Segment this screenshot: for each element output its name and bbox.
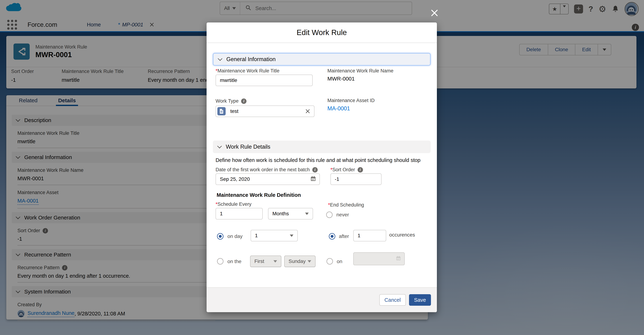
maintenance-asset-id-link[interactable]: MA-0001 — [328, 105, 350, 112]
work-rule-details-description: Define how often work is scheduled for t… — [216, 157, 420, 163]
chevron-down-icon — [274, 260, 277, 262]
save-button[interactable]: Save — [409, 294, 431, 306]
occurrences-suffix: occurences — [389, 232, 415, 238]
end-on-date-input — [353, 252, 405, 265]
mwr-title-label: Maintenance Work Rule Title — [216, 68, 280, 74]
definition-heading: Maintenance Work Rule Definition — [217, 192, 301, 198]
end-never-label: never — [336, 212, 349, 218]
first-work-order-date-input[interactable]: Sep 25, 2020 — [216, 174, 320, 185]
chevron-down-icon — [290, 234, 294, 237]
modal-section-general-information[interactable]: General Information — [213, 53, 430, 66]
mwr-name-value: MWR-0001 — [328, 76, 355, 82]
cancel-button[interactable]: Cancel — [379, 294, 406, 306]
salesforce-app: All ★ — [0, 0, 644, 335]
schedule-unit-select[interactable]: Months — [268, 208, 313, 220]
calendar-icon — [396, 256, 401, 262]
info-icon[interactable] — [358, 167, 363, 172]
chevron-down-icon — [217, 144, 222, 148]
work-type-label: Work Type — [216, 98, 246, 104]
end-after-radio[interactable] — [329, 233, 335, 240]
sort-order-input[interactable] — [330, 174, 382, 185]
on-day-select[interactable]: 1 — [250, 230, 298, 241]
on-the-weekday-select: Sunday — [284, 256, 316, 267]
modal-section-work-rule-details[interactable]: Work Rule Details — [213, 140, 430, 153]
maintenance-asset-id-label: Maintenance Asset ID — [328, 98, 375, 103]
modal-close-icon[interactable] — [430, 9, 439, 17]
end-never-radio[interactable] — [326, 212, 332, 218]
on-the-radio[interactable] — [217, 258, 224, 264]
modal-footer: Cancel Save — [206, 287, 437, 312]
work-type-icon — [217, 107, 226, 116]
on-the-ordinal-select: First — [250, 256, 281, 267]
edit-work-rule-modal: Edit Work Rule General Information Maint… — [206, 22, 437, 312]
chevron-down-icon — [308, 260, 311, 262]
calendar-icon[interactable] — [310, 176, 316, 183]
on-day-radio[interactable] — [217, 233, 224, 240]
chevron-down-icon — [218, 56, 222, 61]
after-occurrences-input[interactable] — [353, 230, 386, 241]
sort-order-label: Sort Order — [330, 167, 363, 172]
remove-selection-icon[interactable] — [305, 109, 310, 114]
mwr-title-input[interactable] — [216, 74, 313, 86]
end-after-label: after — [339, 234, 349, 239]
schedule-every-label: Schedule Every — [216, 202, 252, 207]
first-work-order-date-label: Date of the first work order in the next… — [216, 167, 318, 172]
on-the-label: on the — [228, 258, 242, 264]
work-type-value: test — [230, 108, 305, 114]
end-on-label: on — [337, 258, 342, 264]
info-icon[interactable] — [241, 98, 246, 104]
end-scheduling-label: End Scheduling — [328, 202, 364, 208]
end-on-radio[interactable] — [326, 258, 333, 264]
mwr-name-label: Maintenance Work Rule Name — [328, 68, 394, 74]
modal-title: Edit Work Rule — [206, 22, 437, 43]
schedule-every-input[interactable] — [216, 208, 263, 220]
chevron-down-icon — [305, 212, 309, 215]
on-day-label: on day — [228, 234, 242, 239]
work-type-lookup-pill[interactable]: test — [216, 106, 314, 117]
info-icon[interactable] — [312, 167, 318, 172]
